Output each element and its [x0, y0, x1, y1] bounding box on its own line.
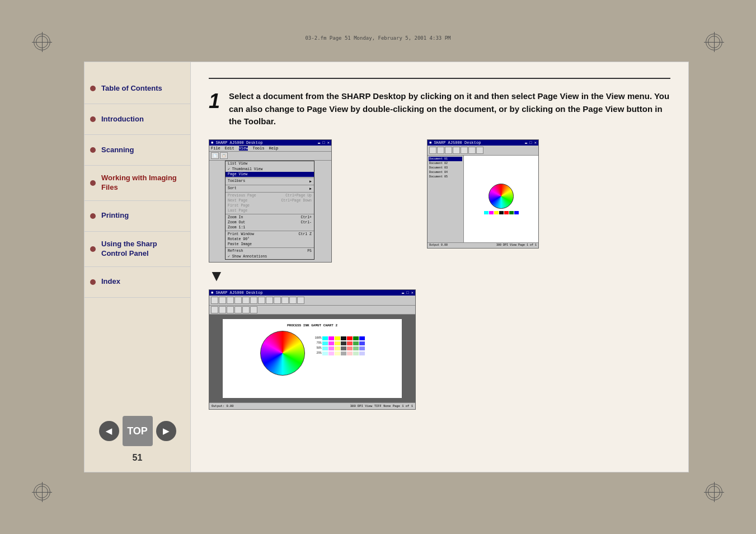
- big-tb-4[interactable]: [234, 297, 242, 304]
- bar-row-75: 75%: [311, 341, 365, 345]
- reg-mark-tr: [703, 31, 725, 53]
- left-col: ■ SHARP AJ5000 Desktop ▬ □ ✕ File Edit V…: [209, 139, 416, 410]
- menu-item-prevpage[interactable]: Previous PageCtrl+Page Up: [226, 193, 314, 198]
- back-button[interactable]: ◀: [99, 421, 119, 441]
- big-tb2-5[interactable]: [242, 306, 250, 313]
- reg-mark-bl: [31, 481, 53, 503]
- bar-row-50: 50%: [311, 346, 365, 350]
- separator-1: [226, 177, 314, 178]
- sidebar-item-scanning[interactable]: Scanning: [84, 135, 190, 166]
- thumb-file-item-1[interactable]: Document 01: [429, 157, 462, 161]
- menu-item-lastpage[interactable]: Last Page: [226, 208, 314, 213]
- big-tb-5[interactable]: [242, 297, 250, 304]
- thumb-tb-4[interactable]: [453, 147, 460, 154]
- big-tb-6[interactable]: [250, 297, 257, 304]
- thumb-tb-3[interactable]: [445, 147, 452, 154]
- big-tb-1[interactable]: [211, 297, 218, 304]
- sidebar-item-introduction[interactable]: Introduction: [84, 104, 190, 135]
- big-pageview-screenshot: ■ SHARP AJ5000 Desktop ▬ □ ✕: [209, 289, 416, 410]
- thumb-mini-bars: [484, 211, 519, 214]
- menu-item-nextpage[interactable]: Next PageCtrl+Page Down: [226, 198, 314, 203]
- bar-row-100: 100%: [311, 336, 365, 340]
- menu-item-pageview[interactable]: Page View: [226, 172, 314, 177]
- menu-item-refresh[interactable]: RefreshF5: [226, 249, 314, 254]
- menu-item-thumbnailview[interactable]: ✓ Thumbnail View: [226, 166, 314, 172]
- big-tb-10[interactable]: [281, 297, 289, 304]
- sidebar-bottom-nav: ◀ TOP ▶ 51: [84, 407, 190, 472]
- thumbnail-screenshot: ■ SHARP AJ5000 Desktop ▬ □ ✕: [427, 139, 539, 249]
- big-tb-8[interactable]: [266, 297, 273, 304]
- sidebar-item-table-of-contents[interactable]: Table of Contents: [84, 73, 190, 104]
- menu-item-firstpage[interactable]: First Page: [226, 203, 314, 208]
- thumb-tb-5[interactable]: [461, 147, 468, 154]
- thumb-tb-2[interactable]: [437, 147, 444, 154]
- sidebar-item-printing[interactable]: Printing: [84, 201, 190, 232]
- big-tb-3[interactable]: [227, 297, 234, 304]
- big-toolbar-2: [209, 306, 415, 315]
- page-number: 51: [133, 453, 143, 463]
- big-titlebar: ■ SHARP AJ5000 Desktop ▬ □ ✕: [209, 290, 415, 296]
- thumb-preview-area: [464, 156, 538, 242]
- big-toolbar: [209, 296, 415, 306]
- sidebar-item-using-sharp-control-panel[interactable]: Using the Sharp Control Panel: [84, 232, 190, 267]
- right-col: ■ SHARP AJ5000 Desktop ▬ □ ✕: [427, 139, 539, 249]
- big-page-content: PROCESS INK GAMUT CHART 2 100%: [223, 319, 402, 398]
- thumb-tb-7[interactable]: [476, 147, 483, 154]
- reg-mark-tl: [31, 31, 53, 53]
- big-tb-9[interactable]: [274, 297, 281, 304]
- menu-dropdown: List View ✓ Thumbnail View Page View Too…: [225, 161, 314, 260]
- top-button[interactable]: TOP: [123, 416, 153, 446]
- menu-item-listview[interactable]: List View: [226, 161, 314, 166]
- menu-item-toolbars[interactable]: Toolbars▶: [226, 179, 314, 184]
- big-tb2-6[interactable]: [250, 306, 257, 313]
- menu-item-sort[interactable]: Sort▶: [226, 186, 314, 191]
- color-wheel: [260, 331, 305, 376]
- thumb-content: Document 01 Document 02 Document 03 Docu…: [428, 156, 538, 242]
- chart-title: PROCESS INK GAMUT CHART 2: [287, 324, 337, 327]
- thumb-file-item-3[interactable]: Document 03: [429, 166, 462, 170]
- thumb-tb-1[interactable]: [429, 147, 436, 154]
- separator-4: [226, 214, 314, 214]
- thumb-titlebar: ■ SHARP AJ5000 Desktop ▬ □ ✕: [428, 140, 538, 146]
- thumb-statusbar: Output 0.00 300 DPI View Page 1 of 1: [428, 242, 538, 248]
- menu-bar: File Edit View Tools Help: [209, 146, 331, 152]
- menu-item-zoomout[interactable]: Zoom OutCtrl-: [226, 220, 314, 225]
- thumb-file-item-5[interactable]: Document 05: [429, 175, 462, 179]
- menu-item-zoom11[interactable]: Zoom 1:1: [226, 225, 314, 230]
- menu-item-zoomin[interactable]: Zoom InCtrl+: [226, 215, 314, 220]
- thumb-color-wheel: [489, 184, 514, 209]
- bar-row-25: 25%: [311, 352, 365, 355]
- menu-item-printwindow[interactable]: Print WindowCtrl Z: [226, 232, 314, 237]
- separator-6: [226, 247, 314, 248]
- toolbar-btn-2[interactable]: 📋: [220, 152, 228, 159]
- header-line: 03-2.fm Page 51 Monday, February 5, 2001…: [67, 35, 689, 41]
- page-area: Table of Contents Introduction Scanning …: [84, 62, 689, 472]
- forward-button[interactable]: ▶: [156, 421, 176, 441]
- big-tb-7[interactable]: [258, 297, 265, 304]
- thumb-file-item-2[interactable]: Document 02: [429, 161, 462, 166]
- thumb-file-item-4[interactable]: Document 04: [429, 170, 462, 175]
- thumb-file-list: Document 01 Document 02 Document 03 Docu…: [428, 156, 464, 242]
- menu-item-pasteimage[interactable]: Paste Image: [226, 242, 314, 247]
- sidebar-item-working-with-imaging-files[interactable]: Working with Imaging Files: [84, 166, 190, 201]
- toolbar-btn-1[interactable]: 📄: [211, 152, 219, 159]
- big-tb-2[interactable]: [219, 297, 226, 304]
- menu-item-showannotations[interactable]: ✓ Show Annotations: [226, 254, 314, 259]
- big-tb2-3[interactable]: [227, 306, 234, 313]
- big-tb2-2[interactable]: [219, 306, 226, 313]
- sidebar: Table of Contents Introduction Scanning …: [84, 62, 191, 472]
- big-tb2-4[interactable]: [234, 306, 242, 313]
- big-tb-12[interactable]: [297, 297, 304, 304]
- thumb-toolbar: [428, 146, 538, 156]
- step-text: Select a document from the SHARP Desktop…: [229, 90, 670, 128]
- step-number: 1: [209, 91, 220, 111]
- toolbar-strip: 📄 📋: [209, 152, 331, 161]
- menu-item-rotate[interactable]: Rotate 90°: [226, 237, 314, 242]
- big-tb-11[interactable]: [289, 297, 297, 304]
- big-tb2-1[interactable]: [211, 306, 218, 313]
- reg-mark-br: [703, 481, 725, 503]
- sidebar-item-index[interactable]: Index: [84, 267, 190, 298]
- big-statusbar: Output: 0.00 300 DPI View TIFF None Page…: [209, 402, 415, 409]
- thumb-tb-6[interactable]: [468, 147, 476, 154]
- color-bars: 100%: [311, 336, 365, 355]
